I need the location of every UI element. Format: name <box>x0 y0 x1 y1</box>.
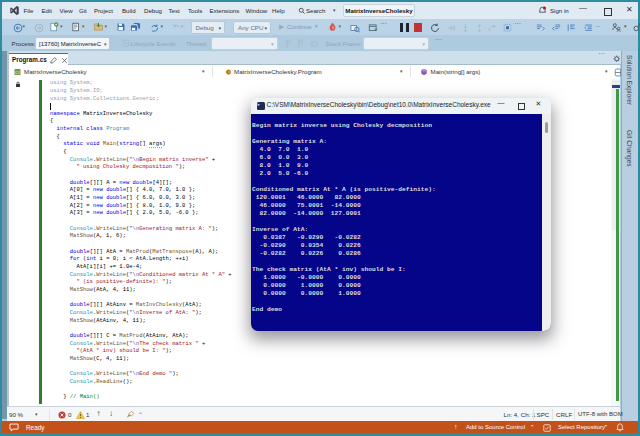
svg-text:C#: C# <box>15 69 21 74</box>
